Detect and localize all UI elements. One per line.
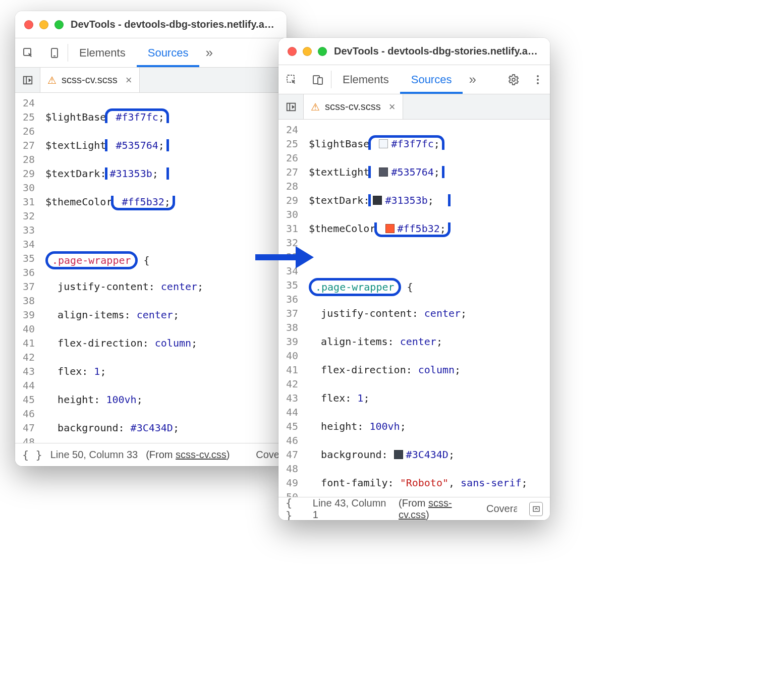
titlebar: DevTools - devtools-dbg-stories.netlify.… (15, 11, 287, 38)
window-title: DevTools - devtools-dbg-stories.netlify.… (334, 45, 541, 57)
arrow-icon (253, 243, 314, 271)
coverage-label: Cove (256, 449, 279, 461)
close-tab-icon[interactable]: × (389, 100, 396, 114)
close-icon[interactable] (288, 47, 297, 56)
panel-tabs: Elements Sources » (15, 38, 287, 68)
tab-sources[interactable]: Sources (400, 65, 463, 94)
svg-marker-1 (296, 246, 314, 268)
traffic-lights[interactable] (24, 20, 64, 29)
tab-elements[interactable]: Elements (331, 65, 400, 94)
more-tabs-icon[interactable]: » (463, 72, 482, 87)
close-icon[interactable] (24, 20, 33, 29)
file-name: scss-cv.scss (62, 74, 118, 86)
svg-point-10 (512, 78, 515, 81)
traffic-lights[interactable] (288, 47, 327, 56)
more-tabs-icon[interactable]: » (199, 45, 218, 61)
code-content[interactable]: $lightBase #f3f7fc; $textLight #535764; … (40, 93, 287, 443)
settings-icon[interactable] (501, 65, 526, 94)
left-window: DevTools - devtools-dbg-stories.netlify.… (15, 11, 287, 466)
tab-elements[interactable]: Elements (68, 38, 137, 67)
device-icon[interactable] (305, 65, 331, 94)
cursor-position: Line 43, Column 1 (313, 497, 390, 521)
close-tab-icon[interactable]: × (126, 74, 132, 87)
minimize-icon[interactable] (303, 47, 312, 56)
status-bar: { } Line 43, Column 1 (From scss-cv.css)… (278, 497, 550, 520)
file-tab[interactable]: ⚠︎ scss-cv.scss × (40, 68, 140, 92)
inspect-icon[interactable] (15, 38, 41, 67)
device-icon[interactable] (41, 38, 68, 67)
warning-icon: ⚠︎ (47, 74, 57, 86)
zoom-icon[interactable] (54, 20, 64, 29)
file-tabstrip: ⚠︎ scss-cv.scss × (278, 94, 550, 120)
inspect-icon[interactable] (278, 65, 305, 94)
code-editor[interactable]: 24 25 26 27 28 29 30 31 32 33 34 35 36 3… (15, 93, 287, 443)
warning-icon: ⚠︎ (311, 101, 320, 113)
titlebar: DevTools - devtools-dbg-stories.netlify.… (278, 38, 550, 65)
tab-sources[interactable]: Sources (137, 38, 200, 67)
source-map-from[interactable]: (From scss-cv.css) (146, 449, 230, 461)
cursor-position: Line 50, Column 33 (50, 449, 138, 461)
panel-tabs: Elements Sources » (278, 65, 550, 94)
window-title: DevTools - devtools-dbg-stories.netlify.… (71, 19, 277, 30)
status-bar: { } Line 50, Column 33 (From scss-cv.css… (15, 443, 287, 466)
file-tabstrip: ⚠︎ scss-cv.scss × (15, 68, 287, 93)
coverage-label: Covera (486, 503, 517, 515)
navigator-toggle-icon[interactable] (15, 68, 40, 92)
svg-point-11 (537, 75, 539, 77)
zoom-icon[interactable] (318, 47, 327, 56)
line-gutter: 24 25 26 27 28 29 30 31 32 33 34 35 36 3… (278, 120, 304, 497)
svg-rect-9 (318, 78, 322, 84)
format-icon[interactable]: { } (286, 496, 305, 521)
format-icon[interactable]: { } (22, 448, 42, 461)
code-editor[interactable]: 24 25 26 27 28 29 30 31 32 33 34 35 36 3… (278, 120, 550, 497)
svg-point-12 (537, 79, 539, 81)
code-content[interactable]: $lightBase #f3f7fc; $textLight #535764; … (304, 120, 550, 497)
file-tab[interactable]: ⚠︎ scss-cv.scss × (304, 94, 403, 119)
kebab-icon[interactable] (526, 65, 550, 94)
file-name: scss-cv.scss (325, 101, 381, 112)
line-gutter: 24 25 26 27 28 29 30 31 32 33 34 35 36 3… (15, 93, 40, 443)
source-map-from[interactable]: (From scss-cv.css) (399, 497, 478, 521)
minimize-icon[interactable] (39, 20, 48, 29)
svg-rect-16 (533, 507, 539, 511)
svg-point-13 (537, 82, 539, 84)
right-window: DevTools - devtools-dbg-stories.netlify.… (278, 38, 550, 520)
navigator-toggle-icon[interactable] (278, 94, 304, 119)
drawer-toggle-icon[interactable] (529, 502, 543, 516)
